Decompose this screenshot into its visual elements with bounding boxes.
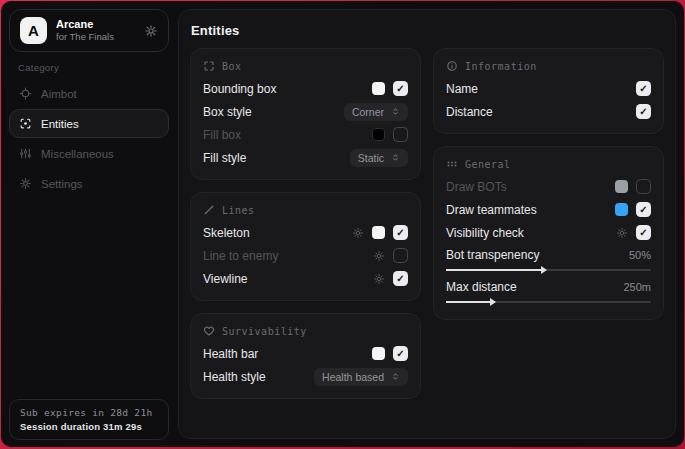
setting-row-draw-bots: Draw BOTs — [446, 175, 651, 198]
sidebar-item-label: Entities — [41, 118, 79, 130]
general-card: General Draw BOTs Draw teammates — [433, 146, 664, 320]
draw-teammates-checkbox[interactable] — [636, 202, 651, 217]
setting-label: Box style — [203, 105, 252, 119]
right-column: Information Name Distance — [433, 48, 664, 399]
color-swatch[interactable] — [372, 347, 385, 360]
app-meta: Arcane for The Finals — [56, 18, 114, 43]
setting-label: Fill style — [203, 151, 246, 165]
draw-bots-checkbox[interactable] — [636, 179, 651, 194]
box-corners-icon — [203, 60, 215, 72]
color-swatch[interactable] — [615, 203, 628, 216]
slider-fill — [446, 269, 542, 271]
unfold-icon — [391, 372, 400, 381]
setting-row-box-style: Box style Corner — [203, 100, 408, 123]
section-title: Survivability — [222, 326, 307, 337]
unfold-icon — [391, 107, 400, 116]
setting-label: Health bar — [203, 347, 258, 361]
sidebar-item-aimbot[interactable]: Aimbot — [9, 79, 169, 108]
gear-icon[interactable] — [373, 273, 385, 285]
box-card: Box Bounding box Box style Corner — [190, 48, 421, 180]
entities-icon — [19, 117, 32, 130]
left-column: Box Bounding box Box style Corner — [190, 48, 421, 399]
sidebar-item-label: Settings — [41, 178, 83, 190]
setting-label: Max distance — [446, 280, 517, 294]
setting-label: Health style — [203, 370, 266, 384]
sidebar-item-label: Aimbot — [41, 88, 77, 100]
unfold-icon — [391, 153, 400, 162]
bot-transparency-slider[interactable] — [446, 269, 651, 271]
gear-icon[interactable] — [352, 227, 364, 239]
sidebar-nav: Aimbot Entities Miscella — [1, 79, 177, 198]
setting-row-line-to-enemy: Line to enemy — [203, 244, 408, 267]
max-distance-slider[interactable] — [446, 301, 651, 303]
sub-expiry-text: Sub expires in 28d 21h — [20, 407, 158, 418]
visibility-check-checkbox[interactable] — [636, 225, 651, 240]
app-subtitle: for The Finals — [56, 31, 114, 42]
page-title: Entities — [191, 23, 664, 38]
setting-label: Name — [446, 82, 478, 96]
setting-label: Draw teammates — [446, 203, 537, 217]
gear-icon[interactable] — [144, 24, 158, 38]
box-style-select[interactable]: Corner — [344, 103, 408, 121]
fill-box-checkbox[interactable] — [393, 127, 408, 142]
color-swatch[interactable] — [615, 180, 628, 193]
section-title: Lines — [222, 205, 255, 216]
setting-row-draw-teammates: Draw teammates — [446, 198, 651, 221]
bounding-box-checkbox[interactable] — [393, 81, 408, 96]
sidebar-item-miscellaneous[interactable]: Miscellaneous — [9, 139, 169, 168]
heart-icon — [203, 325, 215, 337]
gear-icon[interactable] — [616, 227, 628, 239]
setting-row-fill-box: Fill box — [203, 123, 408, 146]
setting-row-distance: Distance — [446, 100, 651, 123]
session-duration-text: Session duration 31m 29s — [20, 421, 158, 432]
sidebar-item-label: Miscellaneous — [41, 148, 114, 160]
sidebar: A Arcane for The Finals Category — [1, 1, 177, 447]
slider-fill — [446, 301, 491, 303]
distance-checkbox[interactable] — [636, 104, 651, 119]
section-title: Information — [465, 61, 537, 72]
color-swatch[interactable] — [372, 226, 385, 239]
lines-card: Lines Skeleton Line to enemy — [190, 192, 421, 301]
section-title: Box — [222, 61, 242, 72]
subscription-info-card: Sub expires in 28d 21h Session duration … — [9, 399, 169, 440]
gear-icon[interactable] — [373, 250, 385, 262]
setting-row-viewline: Viewline — [203, 267, 408, 290]
sidebar-item-settings[interactable]: Settings — [9, 169, 169, 198]
crosshair-icon — [19, 87, 32, 100]
health-style-select[interactable]: Health based — [314, 368, 408, 386]
category-label: Category — [18, 62, 177, 73]
main-panel: Entities Box Bounding box — [178, 9, 676, 439]
setting-label: Visibility check — [446, 226, 524, 240]
bot-transparency-slider-block: Bot transpenency 50% — [446, 245, 651, 271]
app-logo: A — [20, 17, 47, 44]
max-distance-slider-block: Max distance 250m — [446, 277, 651, 303]
line-to-enemy-checkbox[interactable] — [393, 248, 408, 263]
slider-value: 50% — [629, 249, 651, 261]
gear-icon — [19, 177, 32, 190]
color-swatch[interactable] — [372, 82, 385, 95]
setting-row-name: Name — [446, 77, 651, 100]
name-checkbox[interactable] — [636, 81, 651, 96]
setting-label: Line to enemy — [203, 249, 278, 263]
setting-label: Viewline — [203, 272, 247, 286]
app-window: A Arcane for The Finals Category — [1, 1, 684, 447]
setting-row-fill-style: Fill style Static — [203, 146, 408, 169]
survivability-card: Survivability Health bar Health style He… — [190, 313, 421, 399]
fill-style-select[interactable]: Static — [350, 149, 408, 167]
setting-row-visibility-check: Visibility check — [446, 221, 651, 244]
app-title: Arcane — [56, 18, 114, 31]
info-icon — [446, 60, 458, 72]
color-swatch[interactable] — [372, 128, 385, 141]
setting-row-health-style: Health style Health based — [203, 365, 408, 388]
grid-dots-icon — [446, 158, 458, 170]
information-card: Information Name Distance — [433, 48, 664, 134]
setting-row-bounding-box: Bounding box — [203, 77, 408, 100]
app-header-card: A Arcane for The Finals — [9, 9, 169, 52]
setting-label: Draw BOTs — [446, 180, 507, 194]
skeleton-checkbox[interactable] — [393, 225, 408, 240]
sidebar-item-entities[interactable]: Entities — [9, 109, 169, 138]
setting-label: Bounding box — [203, 82, 276, 96]
viewline-checkbox[interactable] — [393, 271, 408, 286]
health-bar-checkbox[interactable] — [393, 346, 408, 361]
slider-value: 250m — [623, 281, 651, 293]
